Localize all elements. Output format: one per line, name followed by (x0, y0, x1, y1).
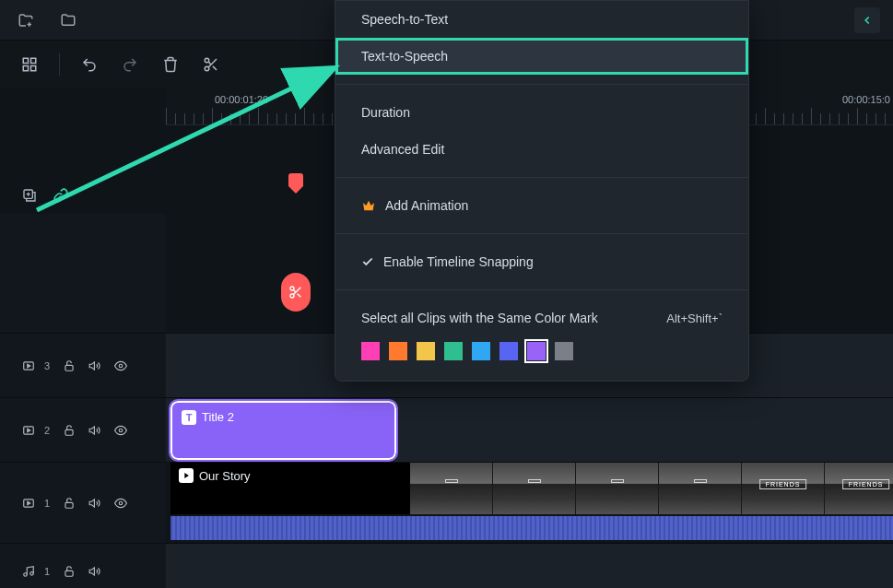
color-swatch[interactable] (472, 342, 490, 360)
chevron-left-icon (861, 14, 874, 27)
crown-icon (361, 198, 376, 213)
scissors-icon (288, 285, 303, 300)
track-visibility-toggle[interactable] (114, 424, 127, 437)
track-mute-toggle[interactable] (88, 424, 101, 437)
redo-icon (122, 56, 138, 73)
grid-view-button[interactable] (13, 48, 46, 81)
track-mute-toggle[interactable] (88, 497, 101, 510)
track-lock-toggle[interactable] (63, 497, 76, 510)
track-lock-toggle[interactable] (63, 424, 76, 437)
folder-plus-icon (18, 12, 34, 29)
new-media-button[interactable] (13, 7, 39, 33)
undo-icon (81, 56, 98, 73)
video-thumbnails: FRIENDS FRIENDS (410, 463, 893, 514)
svg-point-4 (205, 58, 209, 63)
scissors-icon (203, 56, 219, 73)
svg-point-19 (30, 571, 34, 575)
grid-icon (21, 56, 38, 73)
track-type-video (22, 359, 35, 372)
svg-rect-10 (65, 365, 73, 370)
color-swatch[interactable] (555, 342, 573, 360)
delete-button[interactable] (154, 48, 187, 81)
menu-duration[interactable]: Duration (335, 94, 748, 131)
color-swatch[interactable] (527, 342, 546, 360)
color-swatch[interactable] (417, 342, 435, 360)
check-icon (361, 255, 374, 268)
color-swatch[interactable] (389, 342, 407, 360)
collapse-panel-button[interactable] (854, 7, 880, 33)
track-number: 3 (44, 360, 50, 371)
track-lock-toggle[interactable] (63, 359, 76, 372)
menu-advanced-edit[interactable]: Advanced Edit (335, 131, 748, 168)
svg-point-18 (24, 572, 28, 576)
title-icon: T (182, 410, 196, 425)
svg-rect-20 (65, 570, 73, 576)
audio-waveform[interactable] (170, 516, 893, 540)
color-swatch[interactable] (499, 342, 518, 360)
color-mark-row (335, 336, 748, 366)
clip-label: Our Story (199, 469, 251, 483)
clip-label: Title 2 (202, 410, 234, 424)
svg-rect-3 (31, 66, 36, 71)
divider (59, 53, 60, 76)
play-icon (179, 468, 194, 483)
menu-separator (335, 233, 748, 234)
open-folder-button[interactable] (55, 7, 81, 33)
svg-rect-1 (31, 58, 36, 63)
svg-point-17 (119, 501, 123, 505)
ruler-time-2: 00:00:15:0 (842, 94, 890, 105)
track-number: 1 (44, 498, 50, 509)
svg-rect-0 (23, 58, 28, 63)
video-clip[interactable]: Our Story FRIENDS FRIENDS (170, 463, 893, 514)
add-track-button[interactable] (22, 188, 37, 203)
menu-add-animation[interactable]: Add Animation (335, 187, 748, 224)
color-swatch[interactable] (361, 342, 380, 360)
track-lock-toggle[interactable] (63, 565, 76, 578)
menu-enable-snapping[interactable]: Enable Timeline Snapping (335, 243, 748, 280)
split-at-playhead-button[interactable] (281, 273, 311, 312)
track-number: 2 (44, 425, 50, 436)
track-visibility-toggle[interactable] (114, 359, 127, 372)
track-type-video (22, 424, 35, 437)
folder-icon (60, 12, 76, 29)
link-icon (53, 188, 68, 203)
add-square-icon (22, 188, 37, 203)
menu-text-to-speech[interactable]: Text-to-Speech (335, 38, 748, 75)
track-visibility-toggle[interactable] (114, 497, 127, 510)
menu-shortcut: Alt+Shift+` (666, 312, 723, 325)
menu-speech-to-text[interactable]: Speech-to-Text (335, 1, 748, 38)
redo-button[interactable] (113, 48, 147, 81)
ruler-time-1: 00:00:01:20 (215, 94, 268, 105)
menu-separator (335, 289, 748, 290)
svg-point-11 (119, 364, 123, 368)
playhead-handle[interactable] (288, 173, 303, 186)
svg-rect-16 (65, 502, 73, 508)
svg-point-7 (290, 287, 294, 290)
menu-select-same-color-mark[interactable]: Select all Clips with the Same Color Mar… (335, 300, 748, 336)
link-toggle[interactable] (53, 188, 68, 203)
svg-rect-2 (23, 66, 28, 71)
track-mute-toggle[interactable] (88, 565, 101, 578)
track-mute-toggle[interactable] (88, 359, 101, 372)
track-type-audio (22, 565, 35, 578)
context-menu: Speech-to-Text Text-to-Speech Duration A… (335, 0, 749, 382)
svg-point-14 (119, 429, 123, 432)
svg-point-5 (205, 66, 209, 71)
menu-separator (335, 84, 748, 85)
undo-button[interactable] (73, 48, 106, 81)
menu-separator (335, 177, 748, 178)
track-type-video (22, 497, 35, 510)
color-swatch[interactable] (444, 342, 463, 360)
track-number: 1 (44, 566, 50, 577)
split-button[interactable] (194, 48, 228, 81)
title-clip[interactable]: T Title 2 (170, 401, 396, 460)
trash-icon (162, 56, 179, 73)
svg-point-8 (290, 294, 294, 298)
svg-rect-13 (65, 429, 73, 435)
